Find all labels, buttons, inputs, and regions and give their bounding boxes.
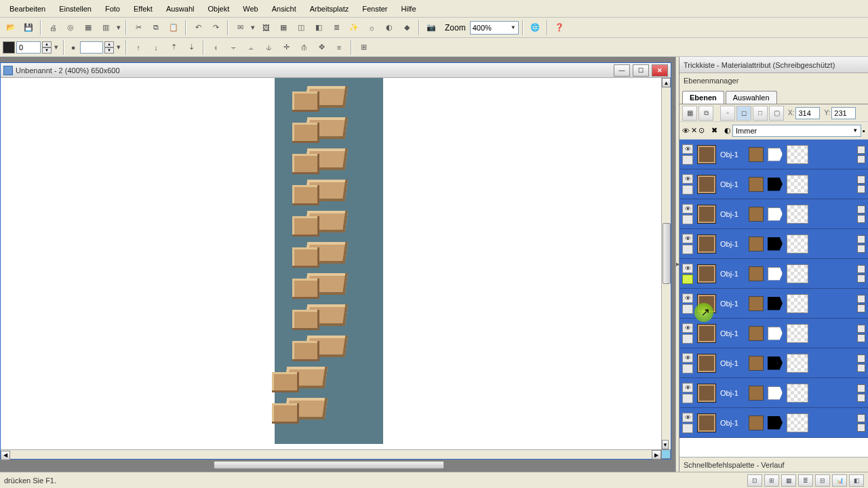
status-icon[interactable]: ◧	[849, 474, 864, 487]
scrollbar-horizontal[interactable]: ◀ ▶	[1, 449, 661, 459]
layer-row[interactable]: 👁Obj-1	[679, 229, 868, 259]
layer-mask[interactable]	[787, 413, 808, 432]
layer-mode-icon[interactable]	[749, 147, 764, 162]
flag-icon[interactable]	[768, 357, 783, 370]
crop-icon[interactable]: ◧	[311, 20, 327, 36]
layer-name[interactable]: Obj-1	[720, 389, 745, 397]
align-top-icon[interactable]: ⫝	[260, 39, 277, 56]
arrow-up2-icon[interactable]: ⇡	[165, 39, 182, 56]
duplicate-layer-icon[interactable]: ⧉	[698, 106, 713, 121]
radio-dot-icon[interactable]: ●	[68, 39, 79, 56]
arrow-down2-icon[interactable]: ⇣	[183, 39, 199, 56]
wand-icon[interactable]: ✨	[346, 20, 362, 36]
spinner[interactable]	[80, 41, 103, 54]
layer-row[interactable]: 👁Obj-1	[679, 408, 868, 438]
layers-icon[interactable]: ≣	[328, 20, 344, 36]
mini-icon[interactable]	[857, 354, 865, 363]
eye-icon[interactable]: 👁	[682, 174, 693, 184]
eye-icon[interactable]: 👁	[682, 234, 693, 243]
align-bottom-icon[interactable]: ⫛	[296, 39, 312, 56]
layer-name[interactable]: Obj-1	[720, 270, 745, 278]
tab-auswahlen[interactable]: Auswahlen	[726, 91, 777, 104]
lock-slot[interactable]	[682, 424, 693, 433]
distribute-h-icon[interactable]: ≡	[331, 39, 347, 56]
globe-icon[interactable]: 🌐	[527, 20, 543, 36]
dropdown-icon[interactable]: ▾	[250, 23, 256, 32]
layer-name[interactable]: Obj-1	[720, 210, 745, 218]
menu-web[interactable]: Web	[236, 2, 264, 16]
menu-einstellen[interactable]: Einstellen	[52, 2, 98, 16]
mini-icon[interactable]	[857, 274, 865, 283]
print-preview-icon[interactable]: ◎	[62, 20, 79, 36]
layer-mask[interactable]	[787, 175, 808, 194]
layer-name[interactable]: Obj-1	[720, 329, 745, 338]
layer-mask[interactable]	[787, 324, 808, 343]
layer-mode-icon[interactable]	[749, 237, 764, 251]
visibility-toggle-icon[interactable]: 👁	[682, 127, 690, 135]
status-icon[interactable]: 📊	[832, 474, 847, 487]
sharpen-icon[interactable]: ◆	[399, 20, 415, 36]
mini-icon[interactable]	[857, 215, 865, 223]
zoom-combo[interactable]: 400%▼	[470, 21, 519, 35]
mini-icon[interactable]	[857, 424, 865, 432]
flag-icon[interactable]	[768, 178, 783, 191]
mini-icon[interactable]	[857, 325, 865, 333]
help-icon[interactable]: ❓	[551, 20, 568, 36]
align-vcenter-icon[interactable]: ✛	[278, 39, 294, 56]
delete-layer-icon[interactable]: ✖	[711, 126, 717, 135]
mini-icon[interactable]	[857, 176, 865, 184]
mini-icon[interactable]	[857, 364, 865, 372]
thumb-med-icon[interactable]: ◻	[736, 106, 751, 121]
align-center-icon[interactable]: ✥	[313, 39, 330, 56]
lock-slot[interactable]	[682, 245, 693, 254]
y-value[interactable]: 231	[831, 107, 856, 119]
thumb-xl-icon[interactable]: ▢	[769, 106, 784, 121]
image-icon[interactable]: 🖼	[258, 20, 274, 36]
layer-row[interactable]: 👁Obj-1	[679, 140, 868, 169]
lock-slot[interactable]	[682, 364, 693, 373]
extra-icon[interactable]: ▪	[863, 127, 865, 135]
distribute-v-icon[interactable]: ⊞	[355, 39, 372, 56]
status-icon[interactable]: ≣	[798, 474, 813, 487]
layer-row[interactable]: 👁Obj-1	[679, 169, 868, 199]
mini-icon[interactable]	[857, 205, 865, 214]
layer-name[interactable]: Obj-1	[720, 419, 745, 427]
mini-icon[interactable]	[857, 185, 865, 193]
mini-icon[interactable]	[857, 265, 865, 273]
arrow-down-icon[interactable]: ↓	[148, 39, 164, 56]
lock-slot[interactable]	[682, 274, 693, 284]
dropdown-icon[interactable]: ▾	[53, 43, 60, 52]
menu-arbeitsplatz[interactable]: Arbeitsplatz	[303, 2, 355, 16]
scrollbar-vertical[interactable]: ▲ ▼	[661, 78, 671, 449]
align-right-icon[interactable]: ⫠	[243, 39, 259, 56]
mini-icon[interactable]	[857, 146, 865, 154]
menu-hilfe[interactable]: Hilfe	[395, 2, 423, 16]
copy-icon[interactable]: ⧉	[148, 20, 164, 36]
layer-mask[interactable]	[787, 145, 808, 164]
layer-mode-icon[interactable]	[749, 415, 764, 430]
cut-icon[interactable]: ✂	[130, 20, 146, 36]
layer-mode-icon[interactable]	[749, 266, 764, 281]
layer-row[interactable]: 👁Obj-1	[679, 289, 868, 319]
mini-icon[interactable]	[857, 394, 865, 402]
layer-mode-icon[interactable]	[749, 386, 764, 401]
lock-slot[interactable]	[682, 334, 693, 344]
lock-icon[interactable]: ✕	[691, 126, 697, 135]
lock-slot[interactable]	[682, 185, 693, 195]
status-icon[interactable]: ⊡	[747, 474, 762, 487]
flag-icon[interactable]	[768, 267, 783, 281]
align-hcenter-icon[interactable]: ⫟	[225, 39, 241, 56]
layer-row[interactable]: 👁Obj-1	[679, 378, 868, 408]
layer-mask[interactable]	[787, 205, 808, 224]
layer-row[interactable]: 👁Obj-1	[679, 199, 868, 229]
menu-foto[interactable]: Foto	[98, 2, 127, 16]
flag-icon[interactable]	[768, 237, 783, 251]
lock-slot[interactable]	[682, 215, 693, 224]
layer-row[interactable]: 👁Obj-1	[679, 259, 868, 289]
layer-mode-icon[interactable]	[749, 356, 764, 371]
brightness-icon[interactable]: ☼	[363, 20, 380, 36]
x-value[interactable]: 314	[795, 107, 820, 119]
eye-icon[interactable]: 👁	[682, 383, 693, 392]
mini-icon[interactable]	[857, 155, 865, 163]
frame-icon[interactable]: ◫	[293, 20, 309, 36]
